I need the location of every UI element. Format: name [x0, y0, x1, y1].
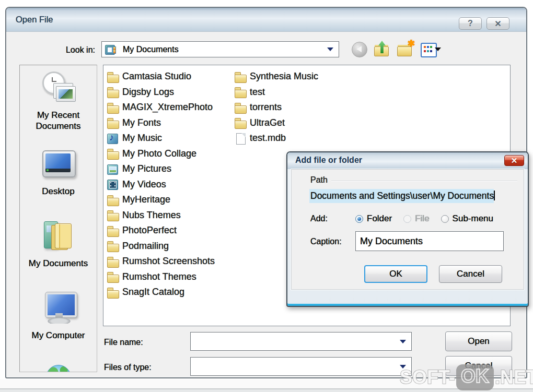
- file-list-item[interactable]: torrents: [235, 100, 318, 115]
- add-file-or-folder-dialog: Add file or folder ✕ Path Documents and …: [286, 151, 529, 307]
- radio-button-icon[interactable]: [403, 215, 411, 223]
- path-input[interactable]: Documents and Settings\user\My Documents: [309, 191, 495, 201]
- file-list-item[interactable]: Rumshot Themes: [107, 269, 215, 285]
- file-list-item[interactable]: Synthesia Music: [235, 69, 318, 85]
- my-documents-small-icon: [105, 44, 117, 55]
- folder-icon: [107, 209, 119, 221]
- file-list-item[interactable]: Nubs Themes: [107, 208, 215, 223]
- add-cancel-button[interactable]: Cancel: [439, 265, 502, 283]
- add-dialog-title: Add file or folder: [295, 156, 362, 165]
- soft-ok-net-watermark: SOFT- OK .NET: [400, 364, 533, 390]
- add-dialog-close-button[interactable]: ✕: [504, 155, 524, 166]
- close-button[interactable]: ✕: [486, 17, 509, 30]
- desktop-icon: [41, 148, 76, 181]
- folder-icon: [107, 102, 119, 113]
- look-in-label: Look in:: [17, 45, 95, 55]
- file-list-item[interactable]: My Pictures: [107, 161, 215, 177]
- folder-icon: [107, 148, 119, 159]
- up-folder-icon[interactable]: [374, 41, 391, 57]
- files-of-type-combobox[interactable]: [190, 357, 412, 376]
- folder-icon: [107, 117, 119, 128]
- folder-icon: [107, 71, 119, 82]
- file-list-item[interactable]: test.mdb: [235, 130, 318, 146]
- file-list-item[interactable]: My Music: [107, 130, 215, 146]
- text-caret: [494, 191, 495, 200]
- music-folder-icon: [107, 133, 119, 144]
- file-list-item[interactable]: My Photo Collage: [107, 146, 215, 162]
- sidebar-place-item[interactable]: My Documents: [20, 220, 97, 269]
- my-computer-icon: [41, 292, 76, 325]
- network-globe-icon: [41, 364, 76, 372]
- my-documents-icon: [41, 220, 76, 253]
- file-name-combobox[interactable]: [190, 332, 412, 351]
- path-group-label: Path: [310, 175, 331, 185]
- videos-folder-icon: [107, 179, 119, 190]
- folder-icon: [235, 71, 247, 82]
- add-label: Add:: [310, 214, 355, 223]
- back-icon[interactable]: [351, 41, 368, 57]
- file-list-item[interactable]: MyHeritage: [107, 192, 215, 208]
- file-list-item[interactable]: test: [235, 85, 318, 100]
- file-list-item[interactable]: PhotoPerfect: [107, 223, 215, 239]
- folder-icon: [107, 194, 119, 206]
- view-menu-dropdown-arrow[interactable]: [435, 47, 441, 51]
- help-button[interactable]: ?: [459, 17, 482, 30]
- sidebar-place-item[interactable]: My Recent Documents: [20, 72, 97, 132]
- new-folder-icon[interactable]: [397, 41, 414, 57]
- window-title: Open File: [16, 15, 53, 25]
- sidebar-place-item[interactable]: [20, 364, 97, 372]
- radio-button-icon[interactable]: [441, 215, 449, 223]
- folder-icon: [107, 86, 119, 98]
- open-button[interactable]: Open: [445, 331, 512, 351]
- file-icon: [235, 133, 247, 144]
- radio-option[interactable]: File: [403, 213, 429, 224]
- file-list-item[interactable]: UltraGet: [235, 115, 318, 131]
- folder-icon: [235, 117, 247, 128]
- open-file-dialog: Open File ? ✕ Look in: My Documents My R…: [5, 7, 527, 378]
- look-in-combobox[interactable]: My Documents: [101, 41, 339, 57]
- caption-label: Caption:: [310, 231, 355, 251]
- chevron-down-icon[interactable]: [327, 47, 333, 51]
- folder-icon: [107, 271, 119, 282]
- radio-option[interactable]: Sub-menu: [441, 213, 493, 224]
- radio-button-icon[interactable]: [355, 215, 363, 223]
- folder-icon: [107, 256, 119, 267]
- add-dialog-body: Path Documents and Settings\user\My Docu…: [291, 169, 524, 290]
- file-list-item[interactable]: Podmailing: [107, 239, 215, 254]
- folder-icon: [235, 86, 247, 98]
- folder-icon: [107, 225, 119, 236]
- caption-input[interactable]: [355, 231, 504, 251]
- ok-button[interactable]: OK: [364, 265, 427, 283]
- add-dialog-title-bar: Add file or folder ✕: [287, 152, 528, 169]
- group-box-line: [331, 181, 517, 181]
- look-in-value: My Documents: [123, 45, 327, 54]
- sidebar-place-item[interactable]: Desktop: [20, 148, 97, 197]
- files-of-type-label: Files of type:: [104, 363, 152, 372]
- file-list-item[interactable]: My Fonts: [107, 115, 215, 131]
- folder-icon: [235, 102, 247, 113]
- radio-option[interactable]: Folder: [355, 213, 392, 224]
- file-list-item[interactable]: Digsby Logs: [107, 85, 215, 100]
- file-list-item[interactable]: My Videos: [107, 177, 215, 193]
- recent-documents-icon: [41, 72, 76, 105]
- folder-icon: [107, 240, 119, 252]
- places-sidebar: My Recent Documents Desktop My Documents…: [19, 65, 97, 372]
- file-list-item[interactable]: Rumshot Screenshots: [107, 254, 215, 269]
- toolbar: [351, 40, 437, 58]
- pictures-folder-icon: [107, 163, 119, 175]
- file-list-item[interactable]: MAGIX_XtremePhoto: [107, 100, 215, 115]
- sidebar-place-item[interactable]: My Computer: [20, 292, 97, 341]
- file-name-label: File name:: [104, 338, 143, 347]
- file-list-item[interactable]: SnagIt Catalog: [107, 284, 215, 300]
- folder-icon: [107, 287, 119, 298]
- title-bar: Open File ? ✕: [6, 8, 526, 32]
- file-list-item[interactable]: Camtasia Studio: [107, 69, 215, 85]
